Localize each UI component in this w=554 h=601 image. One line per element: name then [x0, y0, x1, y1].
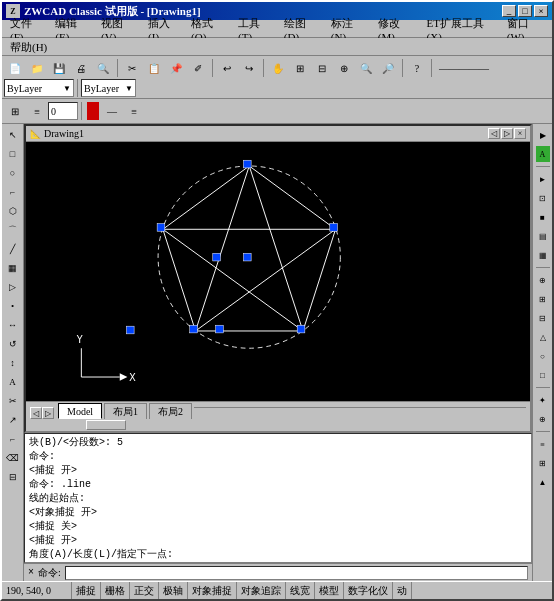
sep6: [77, 79, 78, 97]
status-lweight[interactable]: 线宽: [286, 582, 315, 599]
right-btn-11[interactable]: ○: [535, 347, 551, 365]
layer-props-btn[interactable]: ≡: [27, 101, 47, 121]
save-button[interactable]: 💾: [49, 58, 69, 78]
status-dynamic[interactable]: 动: [393, 582, 412, 599]
status-otrack[interactable]: 对象追踪: [237, 582, 286, 599]
right-btn-16[interactable]: ⊞: [535, 454, 551, 472]
tab-bar: ◁ ▷ Model 布局1 布局2: [26, 401, 530, 419]
menu-bar-2: 帮助(H): [2, 38, 552, 56]
right-btn-5[interactable]: ▤: [535, 227, 551, 245]
cut-button[interactable]: ✂: [122, 58, 142, 78]
right-btn-13[interactable]: ✦: [535, 391, 551, 409]
bylayer-arrow: ▼: [63, 84, 71, 93]
right-btn-8[interactable]: ⊞: [535, 290, 551, 308]
status-osnap[interactable]: 对象捕捉: [188, 582, 237, 599]
status-snap[interactable]: 捕捉: [72, 582, 101, 599]
layer-btn[interactable]: ⊞: [5, 101, 25, 121]
right-btn-17[interactable]: ▲: [535, 473, 551, 491]
new-button[interactable]: 📄: [5, 58, 25, 78]
left-btn-line[interactable]: ╱: [4, 240, 22, 258]
status-digit[interactable]: 数字化仪: [344, 582, 393, 599]
command-input[interactable]: [65, 566, 528, 580]
left-btn-arc[interactable]: ⌒: [4, 221, 22, 239]
tab-model[interactable]: Model: [58, 403, 102, 419]
svg-rect-17: [297, 325, 305, 333]
bylayer-combo[interactable]: ByLayer ▼: [4, 79, 74, 97]
lineweight-btn[interactable]: ≡: [124, 101, 144, 121]
help-button[interactable]: ?: [407, 58, 427, 78]
paste-button[interactable]: 📌: [166, 58, 186, 78]
layer-input[interactable]: 0: [48, 102, 78, 120]
left-btn-polyline[interactable]: ⌐: [4, 183, 22, 201]
pan-button[interactable]: ✋: [268, 58, 288, 78]
right-btn-15[interactable]: ≡: [535, 435, 551, 453]
print-button[interactable]: 🖨: [71, 58, 91, 78]
left-btn-polygon[interactable]: ⬡: [4, 202, 22, 220]
cmd-line-8: 角度(A)/长度(L)/指定下一点:: [29, 548, 527, 562]
zoom-in-button[interactable]: 🔍: [356, 58, 376, 78]
svg-rect-14: [126, 326, 134, 334]
right-btn-10[interactable]: △: [535, 328, 551, 346]
right-btn-4[interactable]: ■: [535, 208, 551, 226]
right-btn-7[interactable]: ⊕: [535, 271, 551, 289]
status-model[interactable]: 模型: [315, 582, 344, 599]
right-btn-14[interactable]: ⊕: [535, 410, 551, 428]
zoom-prev-button[interactable]: ⊟: [312, 58, 332, 78]
left-btn-circle[interactable]: ○: [4, 164, 22, 182]
sep1: [117, 59, 118, 77]
tab-layout1[interactable]: 布局1: [104, 403, 147, 419]
left-btn-extend[interactable]: ↗: [4, 411, 22, 429]
right-btn-9[interactable]: ⊟: [535, 309, 551, 327]
right-btn-0[interactable]: ▶: [535, 126, 551, 144]
right-btn-3[interactable]: ⊡: [535, 189, 551, 207]
left-btn-erase[interactable]: ⌫: [4, 449, 22, 467]
right-btn-1[interactable]: A: [535, 145, 551, 163]
scroll-thumb-h[interactable]: [86, 420, 126, 430]
left-btn-point[interactable]: •: [4, 297, 22, 315]
left-btn-block[interactable]: ▷: [4, 278, 22, 296]
menu-help[interactable]: 帮助(H): [4, 39, 53, 56]
zoom-all-button[interactable]: ⊕: [334, 58, 354, 78]
drawing-name: Drawing1: [44, 128, 84, 139]
copy-button[interactable]: 📋: [144, 58, 164, 78]
color-btn[interactable]: [86, 101, 100, 121]
left-btn-rectangle[interactable]: □: [4, 145, 22, 163]
drawing-close-btn[interactable]: ×: [514, 128, 526, 139]
right-btn-12[interactable]: □: [535, 366, 551, 384]
tab-layout2[interactable]: 布局2: [149, 403, 192, 419]
left-btn-text[interactable]: A: [4, 373, 22, 391]
left-btn-mirror[interactable]: ⊟: [4, 468, 22, 486]
left-btn-hatch[interactable]: ▦: [4, 259, 22, 277]
status-polar[interactable]: 极轴: [159, 582, 188, 599]
scrollbar-horizontal[interactable]: [26, 419, 530, 431]
right-btn-6[interactable]: ▦: [535, 246, 551, 264]
left-btn-select[interactable]: ↖: [4, 126, 22, 144]
svg-rect-13: [157, 224, 165, 232]
undo-button[interactable]: ↩: [217, 58, 237, 78]
right-btn-2[interactable]: ►: [535, 170, 551, 188]
open-button[interactable]: 📁: [27, 58, 47, 78]
tab-nav-next[interactable]: ▷: [42, 407, 54, 419]
redo-button[interactable]: ↪: [239, 58, 259, 78]
canvas-area[interactable]: Y X: [26, 142, 530, 401]
matchprop-button[interactable]: ✐: [188, 58, 208, 78]
drawing-min-btn[interactable]: ◁: [488, 128, 500, 139]
zoom-out-button[interactable]: 🔎: [378, 58, 398, 78]
left-btn-rotate[interactable]: ↺: [4, 335, 22, 353]
left-btn-trim[interactable]: ✂: [4, 392, 22, 410]
left-btn-scale[interactable]: ↕: [4, 354, 22, 372]
left-btn-move[interactable]: ↔: [4, 316, 22, 334]
linetype-btn[interactable]: —: [102, 101, 122, 121]
tab-nav-prev[interactable]: ◁: [30, 407, 42, 419]
drawing-title-buttons: ◁ ▷ ×: [488, 128, 526, 139]
status-grid[interactable]: 栅格: [101, 582, 130, 599]
drawing-max-btn[interactable]: ▷: [501, 128, 513, 139]
bylayer2-combo[interactable]: ByLayer ▼: [81, 79, 136, 97]
status-ortho[interactable]: 正交: [130, 582, 159, 599]
bylayer2-value: ByLayer: [84, 83, 119, 94]
print-preview-button[interactable]: 🔍: [93, 58, 113, 78]
zoom-window-button[interactable]: ⊞: [290, 58, 310, 78]
bylayer-value: ByLayer: [7, 83, 42, 94]
left-btn-fillet[interactable]: ⌐: [4, 430, 22, 448]
svg-rect-18: [330, 224, 338, 232]
